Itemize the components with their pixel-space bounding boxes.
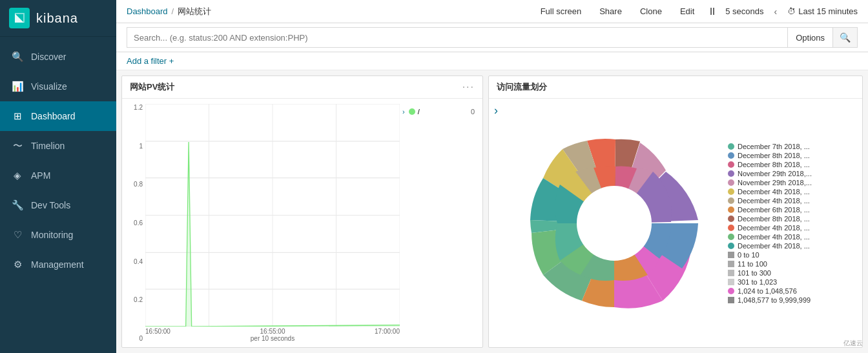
legend-label-12: 0 to 10 xyxy=(738,251,760,259)
legend-label-11: December 4th 2018, ... xyxy=(738,242,810,250)
watermark: 亿速云 xyxy=(843,339,863,348)
legend-dot-14 xyxy=(728,270,734,276)
kibana-logo-text: kibana xyxy=(36,11,78,26)
search-submit-button[interactable]: 🔍 xyxy=(832,27,858,48)
edit-button[interactable]: Edit xyxy=(675,4,699,19)
sidebar-item-apm[interactable]: ◈ APM xyxy=(0,161,116,190)
donut-container: › xyxy=(494,104,857,342)
sidebar-item-label: Visualize xyxy=(31,81,67,92)
pv-chart-container: 1.2 1 0.8 0.6 0.4 0.2 0 xyxy=(127,104,477,342)
sidebar: kibana 🔍 Discover 📊 Visualize ⊞ Dashboar… xyxy=(0,0,116,353)
legend-label-14: 101 to 300 xyxy=(738,269,771,277)
devtools-icon: 🔧 xyxy=(10,198,25,212)
time-picker[interactable]: ⏱ Last 15 minutes xyxy=(787,6,858,16)
sidebar-item-dashboard[interactable]: ⊞ Dashboard xyxy=(0,101,116,131)
legend-label-13: 11 to 100 xyxy=(738,260,767,268)
legend-dot-0 xyxy=(728,143,734,150)
sidebar-item-label: Management xyxy=(31,259,84,270)
svg-point-13 xyxy=(577,186,652,261)
clone-button[interactable]: Clone xyxy=(635,4,667,19)
legend-label-17: 1,048,577 to 9,999,999 xyxy=(738,296,811,304)
legend-dot-3 xyxy=(728,170,734,177)
monitoring-icon: ♡ xyxy=(10,228,25,242)
legend-dot-11 xyxy=(728,243,734,249)
legend-dot-10 xyxy=(728,234,734,240)
legend-item-2: December 8th 2018, ... xyxy=(728,161,857,168)
traffic-panel-title: 访问流量划分 xyxy=(497,81,547,93)
panels-area: 网站PV统计 ··· 1.2 1 0.8 0.6 0.4 0.2 0 xyxy=(116,70,868,353)
legend-dot-4 xyxy=(728,179,734,186)
panels-icon: ⏸ xyxy=(707,6,718,17)
legend-label-2: December 8th 2018, ... xyxy=(738,161,810,168)
fullscreen-button[interactable]: Full screen xyxy=(535,4,587,19)
search-bar: Options 🔍 xyxy=(116,23,868,52)
sidebar-item-timelion[interactable]: 〜 Timelion xyxy=(0,131,116,161)
timelion-icon: 〜 xyxy=(10,139,25,153)
sidebar-item-label: APM xyxy=(31,170,50,181)
legend-label-5: December 4th 2018, ... xyxy=(738,188,810,196)
chart-x-labels: 16:50:00 16:55:00 17:00:00 xyxy=(145,327,400,335)
legend-dot-1 xyxy=(728,152,734,159)
dashboard-icon: ⊞ xyxy=(10,109,25,123)
management-icon: ⚙ xyxy=(10,257,25,272)
filter-bar: Add a filter + xyxy=(116,52,868,70)
breadcrumb-separator: / xyxy=(172,6,174,16)
sidebar-item-management[interactable]: ⚙ Management xyxy=(0,250,116,279)
legend-dot-2 xyxy=(728,161,734,168)
chart-x-sublabel: per 10 seconds xyxy=(145,335,400,342)
donut-expand-button[interactable]: › xyxy=(494,104,498,117)
breadcrumb: Dashboard / 网站统计 xyxy=(127,6,211,17)
legend-expand-icon[interactable]: › xyxy=(402,108,405,116)
sidebar-item-devtools[interactable]: 🔧 Dev Tools xyxy=(0,190,116,220)
legend-label: / xyxy=(418,108,420,116)
sidebar-item-monitoring[interactable]: ♡ Monitoring xyxy=(0,220,116,250)
legend-item-9: December 4th 2018, ... xyxy=(728,224,857,232)
topbar: Dashboard / 网站统计 Full screen Share Clone… xyxy=(116,0,868,23)
legend-item-1: December 8th 2018, ... xyxy=(728,152,857,159)
options-button[interactable]: Options xyxy=(787,27,832,48)
legend-dot-5 xyxy=(728,188,734,195)
sidebar-logo: kibana xyxy=(0,0,116,37)
legend-dot-13 xyxy=(728,261,734,267)
legend-dot-15 xyxy=(728,279,734,285)
chart-svg-area xyxy=(145,104,400,327)
legend-label-6: December 4th 2018, ... xyxy=(738,197,810,205)
breadcrumb-link[interactable]: Dashboard xyxy=(127,6,168,16)
add-filter-button[interactable]: Add a filter + xyxy=(127,56,174,66)
refresh-interval[interactable]: 5 seconds xyxy=(725,6,763,16)
pv-panel-header: 网站PV统计 ··· xyxy=(122,76,482,99)
legend-item-0: December 7th 2018, ... xyxy=(728,143,857,150)
sidebar-item-label: Monitoring xyxy=(31,230,73,240)
legend-item-15: 301 to 1,023 xyxy=(728,278,857,286)
legend-item: › / 0 xyxy=(402,106,475,117)
breadcrumb-current: 网站统计 xyxy=(178,6,211,17)
share-button[interactable]: Share xyxy=(594,4,627,19)
donut-legend: December 7th 2018, ... December 8th 2018… xyxy=(728,143,857,304)
legend-color-dot xyxy=(409,108,415,115)
sidebar-item-discover[interactable]: 🔍 Discover xyxy=(0,42,116,72)
pv-panel-menu[interactable]: ··· xyxy=(462,81,475,93)
legend-label-8: December 8th 2018, ... xyxy=(738,215,810,223)
sidebar-item-visualize[interactable]: 📊 Visualize xyxy=(0,72,116,101)
legend-label-9: December 4th 2018, ... xyxy=(738,224,810,232)
chart-area: 16:50:00 16:55:00 17:00:00 per 10 second… xyxy=(145,104,400,342)
search-input[interactable] xyxy=(127,27,787,48)
legend-item-17: 1,048,577 to 9,999,999 xyxy=(728,296,857,304)
pv-panel-body: 1.2 1 0.8 0.6 0.4 0.2 0 xyxy=(122,99,482,347)
legend-item-7: December 6th 2018, ... xyxy=(728,206,857,214)
pv-panel: 网站PV统计 ··· 1.2 1 0.8 0.6 0.4 0.2 0 xyxy=(121,76,483,348)
legend-dot-16 xyxy=(728,288,734,294)
legend-label-3: November 29th 2018,... xyxy=(738,170,812,177)
legend-label-10: December 4th 2018, ... xyxy=(738,233,810,241)
legend-item-13: 11 to 100 xyxy=(728,260,857,268)
legend-label-0: December 7th 2018, ... xyxy=(738,143,810,150)
legend-dot-17 xyxy=(728,297,734,303)
legend-dot-6 xyxy=(728,197,734,204)
prev-time-arrow[interactable]: ‹ xyxy=(772,5,780,18)
kibana-logo-icon xyxy=(9,8,30,28)
legend-item-3: November 29th 2018,... xyxy=(728,170,857,177)
legend-item-14: 101 to 300 xyxy=(728,269,857,277)
apm-icon: ◈ xyxy=(10,168,25,183)
pv-panel-title: 网站PV统计 xyxy=(130,81,174,93)
legend-item-10: December 4th 2018, ... xyxy=(728,233,857,241)
